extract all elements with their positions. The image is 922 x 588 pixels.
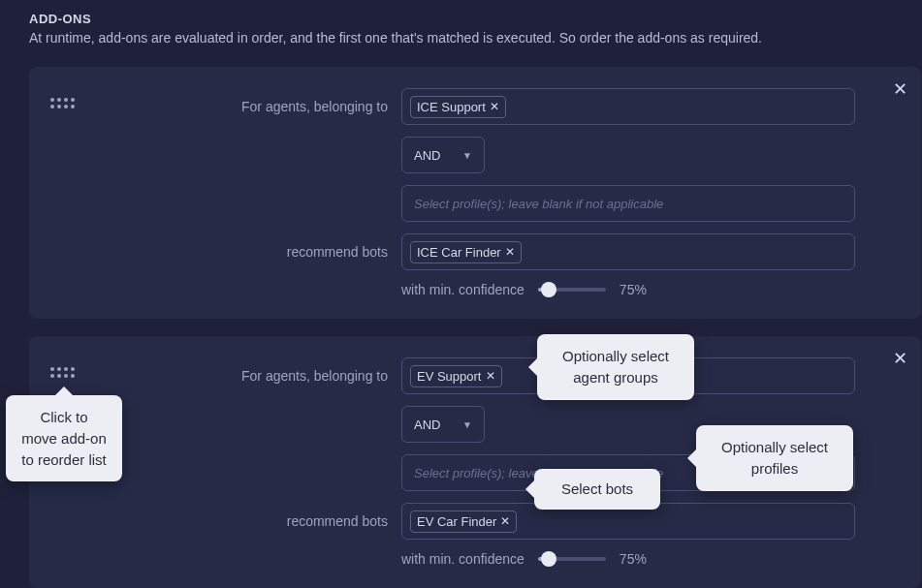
remove-tag-icon[interactable]: ✕ xyxy=(486,370,495,382)
logic-operator-select[interactable]: AND ▼ xyxy=(401,137,485,173)
agent-tag[interactable]: EV Support ✕ xyxy=(410,365,502,387)
close-icon[interactable]: ✕ xyxy=(893,80,907,98)
section-description: At runtime, add-ons are evaluated in ord… xyxy=(29,30,922,46)
bots-input[interactable]: ICE Car Finder ✕ xyxy=(401,233,855,270)
logic-value: AND xyxy=(414,148,440,163)
confidence-value: 75% xyxy=(620,282,647,297)
bots-label: recommend bots xyxy=(81,513,401,529)
tooltip-bots: Select bots xyxy=(534,469,660,510)
slider-thumb[interactable] xyxy=(541,282,556,297)
tooltip-profiles: Optionally select profiles xyxy=(696,425,853,491)
confidence-label: with min. confidence xyxy=(401,551,525,567)
agent-tag[interactable]: ICE Support ✕ xyxy=(410,96,506,118)
agents-label: For agents, belonging to xyxy=(81,368,401,384)
remove-tag-icon[interactable]: ✕ xyxy=(500,515,510,527)
chevron-down-icon: ▼ xyxy=(462,419,472,430)
profiles-placeholder: Select profile(s); leave blank if not ap… xyxy=(410,195,667,213)
bots-label: recommend bots xyxy=(81,244,401,260)
profiles-input[interactable]: Select profile(s); leave blank if not ap… xyxy=(401,185,855,222)
bot-tag-label: ICE Car Finder xyxy=(417,245,501,260)
agents-label: For agents, belonging to xyxy=(81,99,401,114)
bot-tag[interactable]: ICE Car Finder ✕ xyxy=(410,241,522,263)
addon-card: ✕ For agents, belonging to ICE Support ✕… xyxy=(29,67,921,319)
remove-tag-icon[interactable]: ✕ xyxy=(505,246,515,258)
slider-thumb[interactable] xyxy=(541,551,556,567)
logic-operator-select[interactable]: AND ▼ xyxy=(401,406,485,443)
confidence-slider[interactable] xyxy=(538,557,606,561)
bot-tag-label: EV Car Finder xyxy=(417,514,496,529)
confidence-label: with min. confidence xyxy=(401,282,525,297)
logic-value: AND xyxy=(414,418,440,432)
confidence-slider[interactable] xyxy=(538,288,606,292)
agent-tag-label: EV Support xyxy=(417,369,482,384)
agent-groups-input[interactable]: ICE Support ✕ xyxy=(401,88,855,125)
agent-tag-label: ICE Support xyxy=(417,100,486,114)
section-title: ADD-ONS xyxy=(29,12,922,26)
chevron-down-icon: ▼ xyxy=(462,150,472,161)
close-icon[interactable]: ✕ xyxy=(893,350,907,367)
drag-handle-icon[interactable] xyxy=(50,88,74,297)
tooltip-drag: Click to move add-on to reorder list xyxy=(6,395,122,481)
tooltip-agent-groups: Optionally select agent groups xyxy=(537,334,694,400)
bot-tag[interactable]: EV Car Finder ✕ xyxy=(410,511,517,533)
confidence-value: 75% xyxy=(620,551,647,567)
remove-tag-icon[interactable]: ✕ xyxy=(490,101,499,112)
